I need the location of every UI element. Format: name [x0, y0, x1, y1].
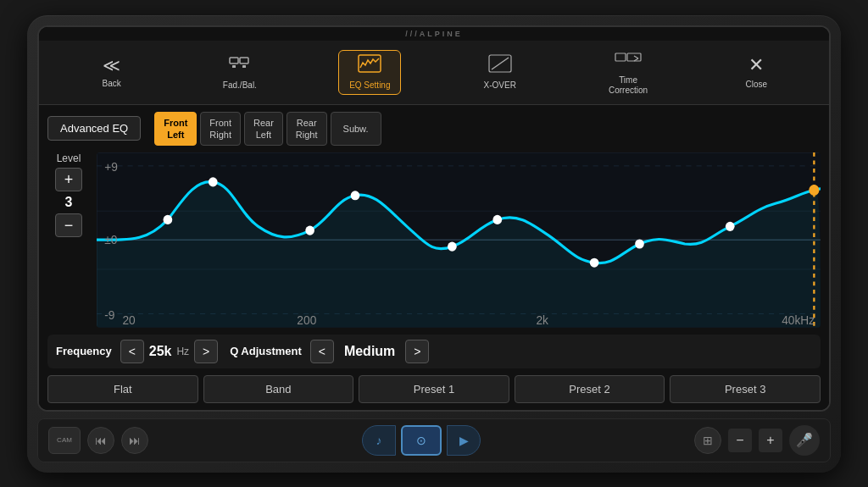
svg-point-22 [590, 258, 599, 268]
frequency-next-button[interactable]: > [194, 340, 218, 363]
svg-point-24 [726, 222, 735, 231]
nav-back-label: Back [103, 79, 121, 89]
time-correction-icon [615, 49, 642, 72]
svg-text:40kHz: 40kHz [782, 313, 815, 327]
frequency-value: 25k [149, 344, 172, 359]
svg-line-6 [492, 58, 509, 69]
frequency-unit: Hz [176, 346, 189, 357]
preset-1-button[interactable]: Preset 1 [359, 375, 509, 403]
channel-tab-front-left[interactable]: FrontLeft [154, 112, 197, 147]
next-track-button[interactable]: ⏭ [121, 427, 148, 454]
level-minus-button[interactable]: − [55, 213, 82, 237]
preset-row: Flat Band Preset 1 Preset 2 Preset 3 [47, 375, 821, 403]
nav-close[interactable]: ✕ Close [726, 51, 786, 93]
nav-close-label: Close [746, 80, 768, 90]
channel-tab-front-right[interactable]: FrontRight [200, 112, 241, 147]
svg-point-17 [209, 177, 218, 186]
svg-point-19 [351, 191, 360, 200]
nav-back[interactable]: ≪ Back [82, 52, 142, 92]
svg-rect-7 [615, 53, 626, 61]
level-plus-button[interactable]: + [55, 168, 82, 191]
volume-minus-button[interactable]: − [728, 429, 752, 452]
nav-eq-label: EQ Setting [349, 80, 390, 91]
screen-area: ///ALPINE ≪ Back Fad./Bal. [37, 25, 831, 412]
svg-text:±0: ±0 [104, 233, 117, 246]
svg-text:2k: 2k [537, 313, 549, 327]
svg-point-18 [305, 226, 314, 235]
volume-plus-button[interactable]: + [759, 429, 782, 452]
x-over-icon [488, 54, 512, 77]
eq-graph[interactable]: +9 ±0 -9 20 200 2k 40kHz [97, 152, 821, 327]
q-prev-button[interactable]: < [310, 340, 334, 363]
nav-bar: ≪ Back Fad./Bal. [39, 41, 829, 105]
nav-eq-setting[interactable]: EQ Setting [338, 50, 401, 95]
eq-setting-icon [358, 54, 381, 77]
svg-point-20 [448, 242, 457, 252]
source-center-button[interactable]: ⊙ [401, 425, 442, 456]
hw-left-group: CAM ⏮ ⏭ [48, 427, 148, 454]
hardware-controls: CAM ⏮ ⏭ ♪ ⊙ ▶ ⊞ − + 🎤 [37, 418, 831, 462]
svg-text:20: 20 [123, 313, 136, 327]
brand-bar: ///ALPINE [39, 27, 829, 41]
svg-point-21 [492, 215, 502, 224]
prev-track-button[interactable]: ⏮ [87, 427, 114, 454]
level-label: Level [57, 152, 81, 164]
q-value: Medium [344, 344, 395, 359]
fad-bal-icon [228, 54, 252, 77]
eq-area: Level + 3 − [47, 152, 821, 327]
cam-button[interactable]: CAM [48, 427, 81, 454]
top-row: Advanced EQ FrontLeft FrontRight RearLef… [47, 112, 821, 147]
level-value: 3 [65, 195, 73, 210]
close-icon: ✕ [748, 54, 764, 76]
svg-text:200: 200 [297, 313, 316, 327]
source-drag-right[interactable]: ▶ [447, 425, 481, 456]
svg-text:+9: +9 [104, 160, 118, 174]
svg-rect-1 [240, 58, 248, 64]
svg-rect-3 [242, 65, 246, 68]
nav-fad-bal[interactable]: Fad./Bal. [210, 51, 270, 94]
hw-right-group: ⊞ − + 🎤 [694, 425, 820, 456]
preset-2-button[interactable]: Preset 2 [515, 375, 665, 403]
svg-line-9 [634, 56, 638, 58]
svg-rect-2 [232, 65, 236, 68]
main-content: Advanced EQ FrontLeft FrontRight RearLef… [39, 105, 829, 410]
svg-point-23 [635, 240, 644, 249]
svg-rect-0 [230, 58, 238, 64]
level-control: Level + 3 − [47, 152, 90, 327]
eq-curve-svg: +9 ±0 -9 20 200 2k 40kHz [97, 152, 821, 327]
channel-tab-rear-left[interactable]: RearLeft [244, 112, 283, 147]
q-adjustment-label: Q Adjustment [230, 345, 302, 357]
frequency-row: Frequency < 25k Hz > Q Adjustment < Medi… [47, 335, 821, 368]
nav-fad-bal-label: Fad./Bal. [223, 80, 257, 91]
nav-x-over-label: X-OVER [484, 80, 516, 91]
nav-time-correction[interactable]: TimeCorrection [598, 46, 658, 99]
channel-tab-rear-right[interactable]: RearRight [287, 112, 327, 147]
preset-flat-button[interactable]: Flat [47, 375, 198, 403]
svg-point-16 [164, 215, 173, 224]
q-next-button[interactable]: > [405, 340, 429, 363]
svg-text:-9: -9 [104, 308, 114, 322]
device-shell: ///ALPINE ≪ Back Fad./Bal. [27, 15, 841, 473]
source-drag-left[interactable]: ♪ [362, 425, 396, 456]
frequency-prev-button[interactable]: < [120, 340, 144, 363]
nav-x-over[interactable]: X-OVER [470, 51, 530, 94]
mic-button[interactable]: 🎤 [789, 425, 820, 456]
nav-time-correction-label: TimeCorrection [609, 75, 648, 96]
grid-button[interactable]: ⊞ [694, 427, 721, 454]
channel-tabs: FrontLeft FrontRight RearLeft RearRight … [154, 112, 381, 147]
svg-rect-8 [627, 53, 641, 61]
brand-logo: ///ALPINE [405, 30, 463, 38]
back-icon: ≪ [103, 55, 120, 75]
preset-3-button[interactable]: Preset 3 [670, 375, 821, 403]
preset-band-button[interactable]: Band [203, 375, 354, 403]
channel-tab-subw[interactable]: Subw. [331, 112, 381, 147]
advanced-eq-button[interactable]: Advanced EQ [47, 116, 141, 141]
frequency-label: Frequency [56, 345, 112, 357]
hw-center-group: ♪ ⊙ ▶ [362, 425, 481, 456]
